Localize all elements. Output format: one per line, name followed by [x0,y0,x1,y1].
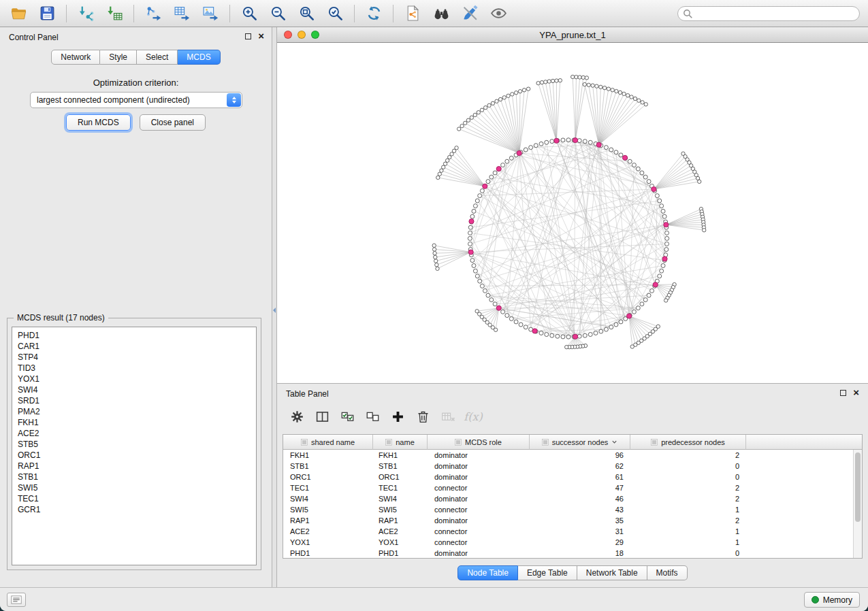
ring-node[interactable] [468,236,472,240]
leaf-node[interactable] [432,244,436,247]
dominator-node[interactable] [496,167,501,171]
ring-node[interactable] [662,214,666,218]
table-row[interactable]: YOX1YOX1connector291 [283,537,853,548]
tab-select[interactable]: Select [137,50,178,65]
delete-column-icon[interactable] [411,406,434,427]
ring-node[interactable] [501,163,505,167]
leaf-node[interactable] [581,76,585,79]
ring-node[interactable] [658,199,662,203]
leaf-node[interactable] [615,89,618,93]
zoom-out-icon[interactable] [263,3,292,24]
ring-node[interactable] [619,320,623,324]
ring-node[interactable] [509,156,513,160]
network-graph[interactable] [277,43,868,383]
leaf-node[interactable] [622,92,626,95]
leaf-node[interactable] [433,251,436,254]
mcds-result-list[interactable]: PHD1CAR1STP4TID3YOX1SWI4SRD1PMA2FKH1ACE2… [12,327,257,565]
leaf-node[interactable] [602,86,606,89]
table-row[interactable]: SWI4SWI4dominator462 [283,493,853,504]
mcds-result-item[interactable]: TEC1 [18,493,256,504]
leaf-node[interactable] [595,84,598,88]
ring-node[interactable] [647,293,651,297]
ring-node[interactable] [473,204,477,208]
column-header-MCDS-role[interactable]: MCDS role [428,435,530,450]
ring-node[interactable] [470,214,475,218]
ring-node[interactable] [628,159,632,163]
dominator-node[interactable] [532,329,537,333]
refresh-icon[interactable] [359,3,388,24]
leaf-node[interactable] [698,180,701,183]
ring-node[interactable] [599,329,603,333]
mcds-result-item[interactable]: TID3 [18,363,256,374]
leaf-node[interactable] [455,146,458,150]
leaf-node[interactable] [491,101,494,105]
ring-node[interactable] [643,175,647,179]
ring-node[interactable] [665,231,669,235]
leaf-node[interactable] [551,79,554,82]
float-panel-icon[interactable] [245,33,251,39]
leaf-node[interactable] [480,108,483,112]
tab-style[interactable]: Style [100,50,137,65]
leaf-node[interactable] [585,76,588,80]
ring-node[interactable] [468,242,472,246]
ring-node[interactable] [470,259,475,263]
optimization-criterion-select[interactable]: largest connected component (undirected) [30,92,242,108]
dominator-node[interactable] [573,334,577,339]
leaf-node[interactable] [633,97,637,100]
ring-node[interactable] [550,139,554,144]
ring-node[interactable] [665,236,669,240]
column-header-name[interactable]: name [373,435,428,450]
ring-node[interactable] [583,333,587,337]
mcds-result-item[interactable]: YOX1 [18,374,256,384]
leaf-node[interactable] [436,176,440,179]
mcds-result-item[interactable]: GCR1 [18,504,256,515]
leaf-node[interactable] [441,165,445,169]
show-columns-icon[interactable] [310,406,334,427]
tab-node-table[interactable]: Node Table [457,565,518,580]
mcds-result-item[interactable]: STB1 [18,472,256,482]
column-header-predecessor-nodes[interactable]: predecessor nodes [630,435,746,450]
ring-node[interactable] [534,144,538,148]
zoom-in-icon[interactable] [235,3,263,24]
leaf-node[interactable] [618,90,622,94]
ring-node[interactable] [524,325,528,329]
ring-node[interactable] [566,138,570,142]
export-table-icon[interactable] [167,3,196,24]
tab-network-table[interactable]: Network Table [577,565,647,580]
ring-node[interactable] [505,314,509,318]
tab-motifs[interactable]: Motifs [647,565,688,580]
ring-node[interactable] [604,327,608,331]
mcds-result-item[interactable]: SWI4 [18,384,256,395]
leaf-node[interactable] [483,106,487,110]
table-row[interactable]: SWI5SWI5connector431 [283,504,853,515]
leaf-node[interactable] [440,169,443,172]
ring-node[interactable] [664,248,669,252]
leaf-node[interactable] [575,76,578,79]
leaf-node[interactable] [607,87,610,90]
ring-node[interactable] [636,306,640,310]
export-image-icon[interactable] [196,3,225,24]
table-row[interactable]: STB1STB1dominator620 [283,461,853,472]
ring-node[interactable] [550,333,554,337]
table-row[interactable]: PHD1PHD1dominator180 [283,548,853,558]
ring-node[interactable] [475,274,479,278]
zoom-selected-icon[interactable] [321,3,349,24]
leaf-node[interactable] [511,93,514,96]
dominator-node[interactable] [468,250,473,254]
ring-node[interactable] [632,310,636,314]
ring-node[interactable] [545,333,549,337]
import-network-icon[interactable] [71,3,100,24]
select-all-icon[interactable] [336,406,359,427]
ring-node[interactable] [478,194,482,198]
ring-node[interactable] [643,298,647,302]
table-scrollbar[interactable] [853,450,862,558]
ring-node[interactable] [478,279,482,283]
leaf-node[interactable] [522,88,526,92]
ring-node[interactable] [561,335,565,339]
leaf-node[interactable] [547,80,551,83]
export-network-icon[interactable] [139,3,167,24]
leaf-node[interactable] [611,88,614,92]
leaf-node[interactable] [526,87,530,90]
leaf-node[interactable] [457,127,460,131]
leaf-node[interactable] [434,255,437,259]
